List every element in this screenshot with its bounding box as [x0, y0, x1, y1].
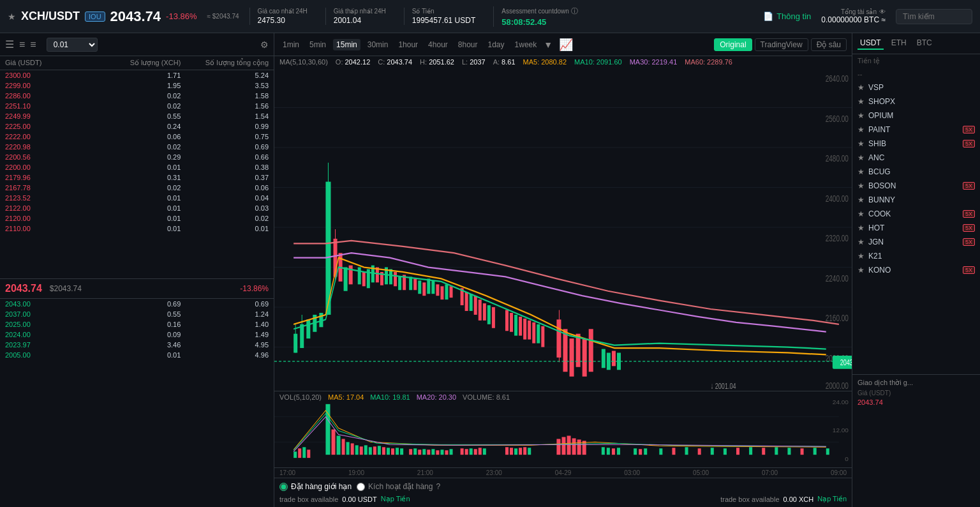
pair-badge: 5X: [963, 210, 975, 218]
table-row[interactable]: 2220.980.020.69: [0, 142, 274, 152]
pair-star-icon[interactable]: ★: [858, 238, 865, 246]
time-1week[interactable]: 1week: [512, 39, 540, 50]
pair-star-icon[interactable]: ★: [858, 111, 865, 120]
favorite-star-icon[interactable]: ★: [8, 11, 16, 22]
table-row[interactable]: 2249.990.551.54: [0, 111, 274, 121]
list-item[interactable]: ★ VSP: [852, 80, 980, 95]
table-row[interactable]: 2251.100.021.56: [0, 101, 274, 111]
table-row[interactable]: 2043.000.690.69: [0, 299, 274, 309]
tab-btc[interactable]: BTC: [914, 37, 935, 50]
time-1hour[interactable]: 1hour: [395, 39, 421, 50]
thong-tin-button[interactable]: 📄 Thông tin: [763, 11, 811, 21]
time-4hour[interactable]: 4hour: [425, 39, 451, 50]
svg-text:2000.00: 2000.00: [826, 381, 849, 391]
list-item[interactable]: ★ SHIB 5X: [852, 137, 980, 151]
order-book-headers: Giá (USDT) Số lượng (XCH) Số lượng tổng …: [0, 56, 274, 70]
table-row[interactable]: 2005.000.014.96: [0, 350, 274, 360]
list-item[interactable]: ★ HOT 5X: [852, 221, 980, 235]
table-row[interactable]: 2037.000.551.24: [0, 309, 274, 319]
time-15min[interactable]: 15min: [333, 39, 360, 50]
time-5min[interactable]: 5min: [306, 39, 329, 50]
table-row[interactable]: 2200.000.010.38: [0, 162, 274, 172]
svg-rect-65: [532, 322, 535, 344]
search-input[interactable]: [896, 9, 972, 24]
table-row[interactable]: 2167.780.020.06: [0, 183, 274, 193]
pair-star-icon[interactable]: ★: [858, 223, 865, 232]
pair-star-icon[interactable]: ★: [858, 97, 865, 106]
list-item[interactable]: ★ ANC: [852, 151, 980, 165]
pair-star-icon[interactable]: ★: [858, 209, 865, 218]
vol-ohlc-info: VOL(5,10,20) MA5: 17.04 MA10: 19.81 MA20…: [279, 393, 510, 401]
svg-rect-128: [519, 448, 522, 455]
time-1day[interactable]: 1day: [485, 39, 508, 50]
nap-tien-left-button[interactable]: Nạp Tiền: [381, 495, 410, 503]
pair-star-icon[interactable]: ★: [858, 181, 865, 190]
table-row[interactable]: 2225.000.240.99: [0, 121, 274, 132]
compact-view-icon[interactable]: ≡: [30, 39, 36, 50]
table-row[interactable]: 2024.000.091.49: [0, 329, 274, 340]
time-1min[interactable]: 1min: [279, 39, 302, 50]
table-row[interactable]: 2286.000.021.58: [0, 91, 274, 101]
pair-star-icon[interactable]: ★: [858, 195, 865, 204]
table-row[interactable]: 2025.000.161.40: [0, 319, 274, 329]
pair-star-icon[interactable]: ★: [858, 167, 865, 176]
list-item[interactable]: ★ SHOPX: [852, 95, 980, 109]
split-view-icon[interactable]: ≡: [19, 39, 25, 50]
list-item[interactable]: ★ OPIUM: [852, 109, 980, 123]
list-item[interactable]: ★ KONO 5X: [852, 263, 980, 277]
table-row[interactable]: 2299.001.953.53: [0, 80, 274, 91]
pair-symbol-label: COOK: [868, 209, 959, 218]
svg-rect-61: [514, 315, 517, 336]
table-row[interactable]: 2123.520.010.04: [0, 193, 274, 203]
list-item[interactable]: ★ COOK 5X: [852, 207, 980, 221]
list-item[interactable]: ★ BOSON 5X: [852, 179, 980, 193]
table-row[interactable]: 2122.000.010.03: [0, 203, 274, 213]
table-row[interactable]: 2300.001.715.24: [0, 70, 274, 80]
list-view-icon[interactable]: ☰: [5, 38, 14, 50]
svg-rect-148: [711, 448, 714, 455]
dropdown-icon[interactable]: ▼: [544, 40, 553, 50]
table-row[interactable]: 2110.000.010.01: [0, 223, 274, 234]
ma60-label: MA60: 2289.76: [685, 58, 732, 66]
table-row[interactable]: 2120.000.010.02: [0, 213, 274, 223]
list-item[interactable]: ★ BUNNY: [852, 193, 980, 207]
original-view-btn[interactable]: Original: [714, 38, 752, 51]
pair-star-icon[interactable]: ★: [858, 139, 865, 148]
list-item[interactable]: ★ PAINT 5X: [852, 123, 980, 137]
activate-order-tab[interactable]: Kích hoạt đặt hàng ?: [357, 482, 440, 491]
list-item[interactable]: ★ BCUG: [852, 165, 980, 179]
chart-type-icon[interactable]: 📈: [559, 38, 573, 52]
table-row[interactable]: 2179.960.310.37: [0, 172, 274, 183]
pair-star-icon[interactable]: ★: [858, 83, 865, 92]
pair-symbol-label: KONO: [868, 266, 959, 275]
limit-order-tab[interactable]: Đặt hàng giới hạn: [279, 482, 352, 491]
tab-usdt[interactable]: USDT: [858, 37, 884, 50]
pair-star-icon[interactable]: ★: [858, 252, 865, 261]
table-row[interactable]: 2200.560.290.66: [0, 152, 274, 162]
svg-rect-145: [672, 448, 675, 455]
eye-icon[interactable]: 👁: [879, 8, 886, 15]
pair-star-icon[interactable]: ★: [858, 153, 865, 162]
time-8hour[interactable]: 8hour: [455, 39, 481, 50]
nap-tien-right-button[interactable]: Nạp Tiền: [817, 495, 847, 503]
depth-btn[interactable]: Độ sâu: [811, 38, 847, 51]
pair-symbol-label: HOT: [868, 223, 959, 232]
svg-rect-143: [644, 448, 647, 455]
settings-icon[interactable]: ⚙: [260, 40, 269, 50]
table-row[interactable]: 2023.973.464.95: [0, 340, 274, 350]
activate-order-radio[interactable]: [357, 483, 365, 491]
list-item[interactable]: ★ K21: [852, 249, 980, 263]
tab-eth[interactable]: ETH: [889, 37, 909, 50]
pair-star-icon[interactable]: ★: [858, 266, 865, 275]
svg-rect-140: [617, 448, 620, 455]
table-row[interactable]: 2222.000.060.75: [0, 132, 274, 142]
qty-select[interactable]: 0.01 0.1 1: [47, 38, 98, 52]
candlestick-chart[interactable]: 2640.00 2560.00 2480.00 2400.00 2320.00 …: [274, 68, 852, 391]
pair-star-icon[interactable]: ★: [858, 125, 865, 134]
tradingview-btn[interactable]: TradingView: [755, 38, 808, 51]
chart-toolbar: 1min 5min 15min 30min 1hour 4hour 8hour …: [274, 33, 852, 56]
svg-rect-66: [537, 324, 540, 344]
limit-order-radio[interactable]: [279, 483, 288, 491]
time-30min[interactable]: 30min: [364, 39, 392, 50]
list-item[interactable]: ★ JGN 5X: [852, 235, 980, 249]
